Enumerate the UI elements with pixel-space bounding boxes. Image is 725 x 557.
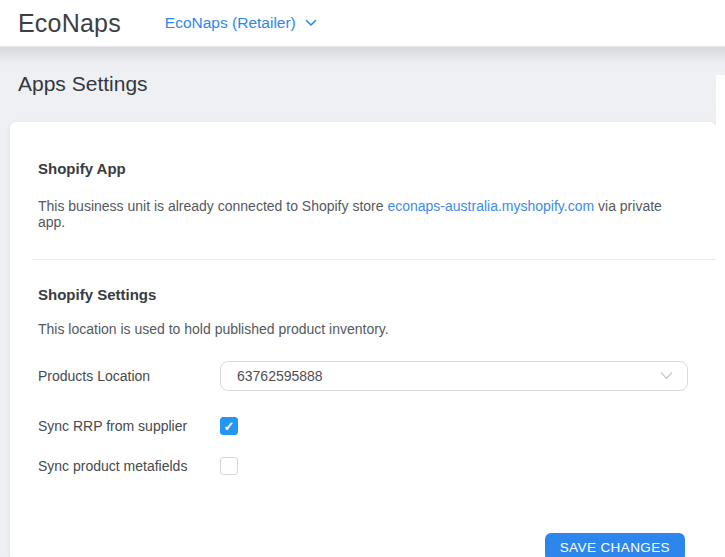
store-link[interactable]: econaps-australia.myshopify.com: [387, 198, 594, 214]
products-location-label: Products Location: [38, 368, 220, 384]
right-gutter: [716, 75, 725, 557]
description-text-before: This business unit is already connected …: [38, 198, 387, 214]
sync-rrp-checkbox[interactable]: ✓: [220, 417, 238, 435]
save-changes-button[interactable]: SAVE CHANGES: [545, 533, 685, 557]
products-location-row: Products Location 63762595888: [38, 361, 688, 391]
sync-rrp-label: Sync RRP from supplier: [38, 418, 220, 434]
sync-metafields-checkbox[interactable]: ✓: [220, 457, 238, 475]
select-chevron-down-icon: [660, 372, 673, 381]
sync-metafields-label: Sync product metafields: [38, 458, 220, 474]
sync-metafields-row: Sync product metafields ✓: [38, 457, 688, 475]
business-unit-label: EcoNaps (Retailer): [165, 14, 296, 32]
top-header: EcoNaps EcoNaps (Retailer): [0, 0, 725, 47]
button-row: SAVE CHANGES: [38, 533, 688, 557]
chevron-down-icon: [305, 19, 317, 27]
sync-rrp-row: Sync RRP from supplier ✓: [38, 417, 688, 435]
page-title: Apps Settings: [18, 72, 148, 96]
econaps-logo: EcoNaps: [18, 9, 121, 38]
settings-description: This location is used to hold published …: [38, 321, 688, 337]
shopify-app-heading: Shopify App: [38, 122, 688, 177]
products-location-value: 63762595888: [221, 368, 323, 384]
app-settings-page: EcoNaps EcoNaps (Retailer) Apps Settings…: [0, 0, 725, 557]
shopify-settings-heading: Shopify Settings: [38, 286, 688, 303]
section-divider: [32, 259, 716, 260]
settings-card: Shopify App This business unit is alread…: [10, 122, 716, 557]
business-unit-selector[interactable]: EcoNaps (Retailer): [165, 14, 317, 32]
products-location-select[interactable]: 63762595888: [220, 361, 688, 391]
checkmark-icon: ✓: [224, 460, 235, 473]
checkmark-icon: ✓: [224, 420, 235, 433]
page-background: Apps Settings Shopify App This business …: [0, 47, 725, 557]
shopify-app-description: This business unit is already connected …: [38, 198, 688, 230]
